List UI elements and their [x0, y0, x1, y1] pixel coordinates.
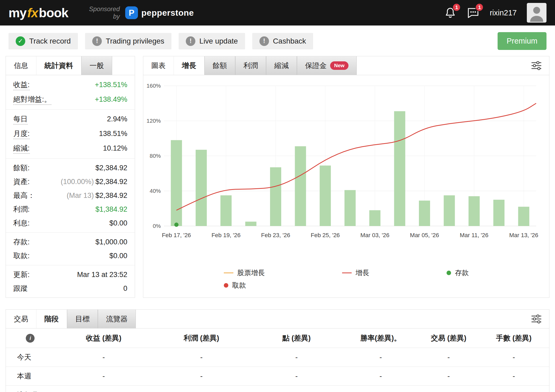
- periods-tab-periods[interactable]: 階段: [36, 310, 67, 328]
- tab-label: 保證金: [305, 61, 327, 70]
- periods-tab-bar: 交易階段目標流覽器: [6, 310, 549, 329]
- column-header-1: 利潤 (差異): [153, 329, 250, 348]
- chart-settings-button[interactable]: [531, 56, 549, 75]
- cell-main: -: [102, 372, 105, 380]
- cell: -: [343, 367, 419, 386]
- stats-tab-statistics[interactable]: 統計資料: [36, 56, 81, 75]
- stat-value: 2.94%: [107, 115, 127, 123]
- stat-value: $0.00: [109, 252, 127, 260]
- cell-main: -: [102, 353, 105, 361]
- cell-main: -: [295, 353, 298, 361]
- info-header-cell: i: [6, 329, 55, 348]
- chart-tab-balance[interactable]: 餘額: [204, 56, 235, 75]
- periods-tab-goals[interactable]: 目標: [67, 310, 98, 328]
- periods-tab-browser[interactable]: 流覽器: [98, 310, 136, 328]
- table-row-today: 今天------: [6, 348, 549, 367]
- chart-tab-growth[interactable]: 增長: [174, 56, 204, 75]
- stat-value-text: $1,000.00: [95, 238, 127, 246]
- cell-main: -: [200, 372, 203, 380]
- legend-item-withdrawals[interactable]: 取款: [224, 281, 265, 290]
- stat-label: 最高：: [13, 191, 35, 200]
- svg-text:Mar 11, '26: Mar 11, '26: [460, 232, 489, 238]
- periods-settings-button[interactable]: [531, 310, 549, 328]
- cell-main: -: [200, 353, 203, 361]
- periods-tab-trades[interactable]: 交易: [6, 310, 36, 328]
- new-badge: New: [330, 61, 348, 70]
- cell: -: [343, 348, 419, 367]
- cell-diff: (-3.80): [511, 391, 533, 392]
- stat-value: 138.51%: [99, 130, 127, 138]
- row-label: 本週: [6, 367, 55, 386]
- stats-panel: 信息統計資料一般 收益:+138.51%絕對增益:。+138.49%每日2.94…: [6, 56, 135, 298]
- chart-tab-bar: 圖表增長餘額利潤縮減保證金New: [143, 56, 549, 75]
- stat-label: 月度:: [13, 129, 30, 139]
- username[interactable]: rixin217: [490, 8, 517, 17]
- status-row: ✓Track record!Trading privileges!Live up…: [3, 25, 555, 56]
- cell: -: [55, 367, 153, 386]
- status-badge-track-record[interactable]: ✓Track record: [9, 33, 78, 49]
- stat-value: $2,384.92: [95, 164, 127, 172]
- stat-value: $1,384.92: [95, 205, 127, 214]
- cell: -: [250, 348, 343, 367]
- sponsored-by-label: Sponsored by: [89, 5, 120, 20]
- status-badge-live-update[interactable]: !Live update: [179, 33, 245, 49]
- notifications-button[interactable]: 1: [444, 6, 457, 19]
- exclamation-icon: !: [186, 36, 195, 46]
- stat-row-interest: 利息:$0.00: [6, 216, 135, 230]
- stat-row-deposits: 存款:$1,000.00: [6, 235, 135, 249]
- pepperstone-link[interactable]: P pepperstone: [125, 6, 194, 19]
- stat-value: +138.51%: [95, 81, 127, 89]
- cell-main: -: [380, 372, 382, 380]
- stat-label: 利潤:: [13, 204, 30, 214]
- stat-row-balance: 餘額:$2,384.92: [6, 161, 135, 175]
- cell: -: [153, 348, 250, 367]
- myfxbook-logo[interactable]: myfxbook: [9, 6, 68, 20]
- stat-row-profit: 利潤:$1,384.92: [6, 202, 135, 216]
- periods-table-header-row: i收益 (差異)利潤 (差異)點 (差異)勝率(差異)。交易 (差異)手數 (差…: [6, 329, 549, 348]
- premium-button[interactable]: Premium: [498, 32, 546, 50]
- svg-text:Feb 23, '26: Feb 23, '26: [261, 232, 290, 238]
- stat-value-text: 10.12%: [103, 144, 127, 152]
- chart-tab-profit[interactable]: 利潤: [235, 56, 266, 75]
- stat-value: $0.00: [109, 219, 127, 227]
- info-icon[interactable]: i: [26, 334, 35, 343]
- status-badge-label: Cashback: [273, 37, 306, 45]
- avatar[interactable]: [527, 3, 546, 23]
- cell: 71%(+6%): [343, 386, 419, 392]
- svg-text:Mar 13, '26: Mar 13, '26: [509, 232, 538, 238]
- cell-main: -: [513, 372, 515, 380]
- stat-row-monthly: 月度:138.51%: [6, 127, 135, 141]
- chart-tab-drawdown[interactable]: 縮減: [266, 56, 297, 75]
- stat-row-daily: 每日2.94%: [6, 112, 135, 127]
- messages-button[interactable]: 1: [467, 6, 480, 19]
- status-badge-label: Track record: [29, 37, 71, 45]
- status-badge-cashback[interactable]: !Cashback: [252, 33, 313, 49]
- cell-diff: (-4,092.0): [298, 391, 329, 392]
- sliders-icon: [531, 314, 542, 324]
- cell-main: 571: [432, 391, 444, 392]
- cell: $482.69(-$419.54): [153, 386, 250, 392]
- legend-label: 增長: [356, 268, 369, 278]
- stat-value-text: 2.94%: [107, 115, 127, 123]
- chart-tab-margin[interactable]: 保證金New: [297, 56, 357, 75]
- stat-row-highest: 最高：(Mar 13)$2,384.92: [6, 189, 135, 202]
- stat-row-gain: 收益:+138.51%: [6, 78, 135, 92]
- tab-label: 統計資料: [44, 61, 73, 70]
- exclamation-icon: !: [259, 36, 269, 46]
- status-badge-trading-privileges[interactable]: !Trading privileges: [85, 33, 171, 49]
- stat-label: 跟蹤: [13, 284, 28, 293]
- divider: [6, 109, 135, 110]
- legend-item-equity-growth[interactable]: 股票增長: [224, 268, 265, 278]
- legend-item-growth[interactable]: 增長: [342, 268, 369, 278]
- growth-chart-area: 0%40%80%120%160%Feb 17, '26Feb 19, '26Fe…: [143, 75, 549, 245]
- legend-item-deposits[interactable]: 存款: [447, 268, 469, 278]
- stats-tab-info[interactable]: 信息: [6, 56, 36, 75]
- stat-label: 利息:: [13, 218, 30, 228]
- status-badge-label: Trading privileges: [106, 37, 164, 45]
- stats-tab-general[interactable]: 一般: [81, 56, 112, 75]
- periods-table: i收益 (差異)利潤 (差異)點 (差異)勝率(差異)。交易 (差異)手數 (差…: [6, 329, 549, 392]
- cell: -: [478, 348, 549, 367]
- chart-tab-chart[interactable]: 圖表: [143, 56, 174, 75]
- svg-text:Feb 25, '26: Feb 25, '26: [311, 232, 340, 238]
- legend-label: 存款: [455, 268, 469, 278]
